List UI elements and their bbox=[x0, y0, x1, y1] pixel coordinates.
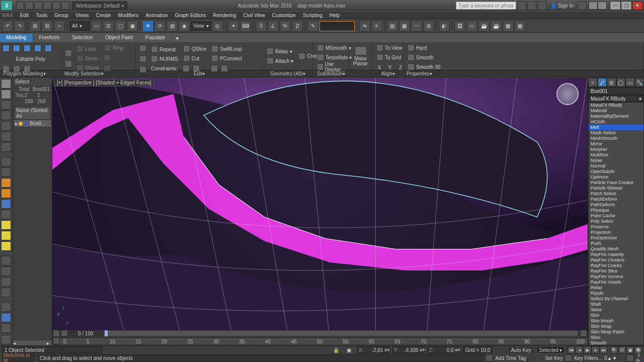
left-group-icon[interactable] bbox=[1, 277, 11, 287]
sign-in-button[interactable]: 👤Sign In bbox=[547, 3, 577, 9]
angle-snap-icon[interactable]: ∠ bbox=[268, 21, 279, 32]
current-frame-input[interactable]: 0▲▼ bbox=[604, 355, 624, 361]
modifier-item[interactable]: Slice bbox=[589, 335, 643, 340]
modifier-item[interactable]: ProOptimizer bbox=[589, 235, 643, 241]
scene-explorer-select[interactable]: Select bbox=[13, 78, 52, 85]
rendered-frame-icon[interactable]: ▭ bbox=[466, 21, 477, 32]
modify-tab-icon[interactable]: 🖉 bbox=[598, 78, 607, 87]
tab-selection[interactable]: Selection bbox=[66, 34, 99, 42]
timeline-end-icon[interactable] bbox=[580, 330, 587, 337]
select-move-icon[interactable]: ✥ bbox=[142, 21, 153, 32]
snap-toggle-icon[interactable]: 3 bbox=[256, 21, 267, 32]
ignore-backfacing-icon[interactable] bbox=[63, 59, 73, 69]
modifier-item[interactable]: Skew bbox=[589, 307, 643, 313]
modifier-item[interactable]: RayFire Voxels bbox=[589, 280, 643, 285]
qat-new-icon[interactable] bbox=[16, 2, 24, 10]
modifier-item[interactable]: Relax bbox=[589, 285, 643, 291]
left-bone-icon[interactable] bbox=[1, 241, 11, 251]
left-fn-icon[interactable] bbox=[1, 121, 11, 131]
left-light2-icon[interactable] bbox=[1, 189, 11, 198]
menu-help[interactable]: Help bbox=[327, 13, 343, 18]
isolate-icon[interactable]: ▣ bbox=[344, 345, 354, 355]
edit-named-sel-icon[interactable]: ✎ bbox=[307, 21, 318, 32]
ref-coord-dropdown[interactable]: View bbox=[191, 21, 211, 31]
select-scale-icon[interactable]: ▤ bbox=[167, 21, 178, 32]
next-frame-icon[interactable]: ▸ bbox=[592, 346, 599, 353]
walk-icon[interactable]: 🚶 bbox=[636, 352, 642, 358]
maxscript-mini-listener[interactable]: Welcome to M bbox=[2, 354, 35, 361]
smooth-button[interactable]: Smooth bbox=[406, 53, 442, 62]
menu-rendering[interactable]: Rendering bbox=[210, 13, 239, 18]
menu-views[interactable]: Views bbox=[72, 13, 92, 18]
hierarchy-tab-icon[interactable]: ⊞ bbox=[607, 78, 616, 87]
scene-item-box001[interactable]: ▸ Box0... bbox=[14, 120, 51, 127]
ring-button[interactable]: Ring bbox=[102, 43, 125, 52]
visibility-icon[interactable] bbox=[19, 122, 23, 126]
qat-open-icon[interactable] bbox=[25, 2, 33, 10]
object-name-input[interactable] bbox=[588, 87, 644, 95]
render-iterative-icon[interactable]: ▦ bbox=[503, 21, 514, 32]
cut-button[interactable]: Cut bbox=[181, 54, 208, 63]
subobj-vertex-icon[interactable] bbox=[1, 43, 11, 53]
attach-button[interactable]: Attach▾ bbox=[265, 56, 295, 65]
timeline-prev-icon[interactable] bbox=[53, 330, 60, 337]
zoom-icon[interactable]: 🔍 bbox=[610, 346, 618, 353]
modifier-item[interactable]: Patch Select bbox=[589, 191, 643, 197]
align-icon[interactable]: ≡ bbox=[371, 21, 382, 32]
viewport-label[interactable]: [+] [Perspective ] [Shaded + Edged Faces… bbox=[54, 79, 154, 86]
key-mode-dropdown[interactable]: Selected▾ bbox=[536, 346, 565, 353]
pconnect-button[interactable]: PConnect bbox=[209, 54, 244, 63]
select-object-icon[interactable]: ▭ bbox=[91, 21, 102, 32]
timeline-next-icon[interactable] bbox=[61, 330, 68, 337]
menu-modifiers[interactable]: Modifiers bbox=[115, 13, 142, 18]
view-cube[interactable] bbox=[556, 83, 579, 105]
grow-button[interactable]: Grow bbox=[74, 54, 101, 63]
rect-region-icon[interactable]: ▢ bbox=[115, 21, 126, 32]
subobj-border-icon[interactable] bbox=[22, 43, 32, 53]
undo-icon[interactable]: ↶ bbox=[2, 21, 13, 32]
modifier-item[interactable]: Skin Wrap Patch bbox=[589, 329, 643, 335]
scene-hscroll[interactable]: ◂▸ bbox=[13, 340, 52, 345]
zoom-all-icon[interactable]: ⊡ bbox=[618, 346, 626, 353]
viewport[interactable]: [+] [Perspective ] [Shaded + Edged Faces… bbox=[52, 78, 588, 345]
modifier-item[interactable]: Optimize bbox=[589, 174, 643, 180]
modifier-item[interactable]: Ripple bbox=[589, 291, 643, 296]
render-preview-icon[interactable]: ☕ bbox=[478, 21, 490, 32]
exchange-icon[interactable] bbox=[527, 1, 536, 10]
ms-b-icon[interactable] bbox=[102, 63, 112, 73]
transform-z-input[interactable]: Z:0,0▲▼ bbox=[428, 346, 460, 353]
select-place-icon[interactable]: ◉ bbox=[179, 21, 190, 32]
goto-start-icon[interactable]: ⏮ bbox=[568, 346, 575, 353]
group-label-geometry[interactable]: Geometry (All) bbox=[263, 70, 313, 77]
modifier-item[interactable]: Smooth bbox=[589, 340, 643, 345]
shrink-button[interactable]: Shrink bbox=[74, 63, 101, 72]
modifier-item[interactable]: Physique bbox=[589, 208, 643, 213]
left-shade-icon[interactable] bbox=[1, 79, 11, 88]
create-tab-icon[interactable]: ✧ bbox=[588, 78, 598, 87]
modifier-item[interactable]: Select By Channel bbox=[589, 296, 643, 302]
modifier-item[interactable]: RayFire Slice bbox=[589, 268, 643, 274]
modifier-item[interactable]: Shell bbox=[589, 302, 643, 307]
tessellate-button[interactable]: Tessellate▾ bbox=[315, 53, 354, 62]
group-label-polygon-modeling[interactable]: Polygon Modeling bbox=[0, 70, 61, 77]
modifier-item[interactable]: Push bbox=[589, 241, 643, 246]
select-rotate-icon[interactable]: ⟳ bbox=[154, 21, 166, 32]
orbit-icon[interactable]: ⟳ bbox=[636, 358, 642, 362]
modifier-item[interactable]: Skin Wrap bbox=[589, 324, 643, 329]
menu-edit[interactable]: Edit bbox=[17, 13, 32, 18]
modifier-item[interactable]: PatchDeform bbox=[589, 197, 643, 202]
lock-selection-icon[interactable]: 🔒 bbox=[331, 345, 341, 355]
qat-redo-icon[interactable] bbox=[52, 2, 60, 10]
workspace-dropdown[interactable]: Workspace: Default bbox=[72, 2, 127, 10]
make-planar-button[interactable]: MakePlanar bbox=[351, 46, 370, 66]
modifier-item[interactable]: MultiRes bbox=[589, 152, 643, 158]
modifier-item[interactable]: Morpher bbox=[589, 147, 643, 152]
menu-group[interactable]: Group bbox=[51, 13, 71, 18]
modifier-item[interactable]: Normal bbox=[589, 163, 643, 169]
left-box-icon[interactable] bbox=[1, 157, 11, 166]
modifier-item[interactable]: OpenSubdv bbox=[589, 169, 643, 174]
loop-button[interactable]: Loop bbox=[74, 44, 101, 53]
transform-x-input[interactable]: X:-2,81▲▼ bbox=[357, 346, 389, 353]
left-helper-icon[interactable] bbox=[1, 210, 11, 219]
menu-graph-editors[interactable]: Graph Editors bbox=[172, 13, 209, 18]
